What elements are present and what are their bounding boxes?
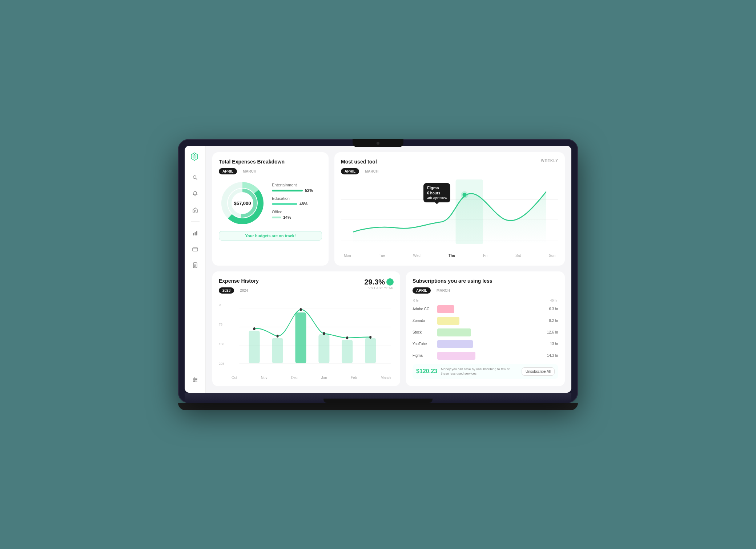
sub-total-value: $120.23 [416, 368, 437, 375]
expenses-legend: Entertainment 52% Education [272, 183, 322, 223]
top-cards-row: Total Expenses Breakdown APRIL MARCH [212, 152, 565, 266]
unsubscribe-all-button[interactable]: Unsubscribe All [522, 367, 555, 376]
legend-label-office: Office [272, 210, 322, 214]
tab-2023[interactable]: 2023 [219, 287, 234, 294]
sub-bar-figma-container [437, 352, 544, 360]
expense-history-header: Expense History 2023 2024 29.3% ↑ [219, 278, 394, 299]
legend-bar-entertainment [272, 190, 303, 191]
tab-2024[interactable]: 2024 [236, 287, 252, 294]
legend-pct-entertainment: 52% [305, 188, 313, 193]
x-dec: Dec [291, 376, 298, 380]
sub-bar-youtube-container [437, 340, 547, 348]
svg-line-4 [196, 178, 197, 179]
sidebar-divider [191, 221, 200, 222]
x-march: March [381, 376, 391, 380]
sub-value-youtube: 13 hr [550, 342, 558, 346]
budget-badge: Your budgets are on track! [219, 231, 322, 241]
sidebar-icon-sliders[interactable] [189, 373, 202, 386]
y-label-0: 0 [219, 303, 230, 307]
svg-point-2 [194, 154, 195, 156]
sidebar [185, 146, 206, 393]
x-label-sat: Sat [515, 254, 521, 258]
sub-bar-adobe-container [437, 305, 546, 313]
expense-pct: 29.3% ↑ [364, 278, 394, 286]
most-used-card: Most used tool APRIL MARCH WEEKLY Figma … [334, 152, 565, 266]
most-used-chart-area: Figma 6 hours 4th Apr 2024 [341, 179, 558, 252]
sidebar-icon-card[interactable] [189, 243, 202, 256]
sub-grid-labels: 0 hr 40 hr [413, 299, 558, 302]
sub-bar-zomato [437, 317, 459, 325]
sub-value-stock: 12.6 hr [547, 330, 558, 334]
svg-rect-40 [365, 338, 376, 363]
legend-bar-education [272, 203, 297, 205]
sub-save-text: Money you can save by unsubscribing to f… [441, 367, 518, 376]
laptop-stand [178, 403, 578, 410]
tab-april-expenses[interactable]: APRIL [219, 168, 237, 174]
tooltip-date: 4th Apr 2024 [427, 196, 447, 201]
sub-name-figma: Figma [413, 354, 434, 358]
x-label-thu: Thu [449, 254, 455, 258]
svg-point-46 [369, 336, 371, 339]
vs-label: VS LAST YEAR [364, 286, 394, 290]
pct-value: 29.3% [364, 278, 385, 286]
expenses-tab-group: APRIL MARCH [219, 168, 322, 174]
chart-tooltip: Figma 6 hours 4th Apr 2024 [423, 183, 450, 203]
x-nov: Nov [261, 376, 268, 380]
sub-value-adobe: 6.3 hr [549, 307, 558, 311]
main-content: Total Expenses Breakdown APRIL MARCH [206, 146, 571, 393]
sub-bar-stock-container [437, 328, 544, 336]
sub-name-youtube: YouTube [413, 342, 434, 346]
legend-bar-office [272, 217, 281, 218]
x-label-sun: Sun [549, 254, 555, 258]
sub-value-zomato: 8.2 hr [549, 319, 558, 323]
donut-chart: $57,000 [219, 179, 266, 227]
svg-rect-6 [194, 232, 196, 235]
tab-april-sub[interactable]: APRIL [413, 287, 431, 294]
sidebar-icon-home[interactable] [189, 203, 202, 216]
tab-march-sub[interactable]: MARCH [433, 287, 454, 294]
svg-point-30 [461, 191, 468, 198]
sub-row-youtube: YouTube 13 hr [413, 340, 558, 348]
svg-rect-38 [318, 334, 329, 363]
tab-march-tool[interactable]: MARCH [361, 168, 382, 174]
app-logo [189, 152, 201, 163]
tab-march-expenses[interactable]: MARCH [239, 168, 260, 174]
svg-rect-7 [196, 231, 197, 235]
sub-row-adobe: Adobe CC 6.3 hr [413, 305, 558, 313]
expense-history-chart: 225 150 75 0 [219, 302, 394, 374]
y-label-75: 75 [219, 323, 230, 326]
svg-point-19 [193, 380, 194, 382]
expense-history-title: Expense History [219, 278, 259, 284]
sidebar-icon-doc[interactable] [189, 259, 202, 272]
x-oct: Oct [232, 376, 237, 380]
sidebar-icon-search[interactable] [189, 171, 202, 184]
legend-pct-office: 14% [283, 215, 291, 219]
svg-point-17 [195, 379, 196, 380]
sub-row-figma: Figma 14.3 hr [413, 352, 558, 360]
sub-name-zomato: Zomato [413, 319, 434, 323]
sidebar-icon-bell[interactable] [189, 187, 202, 200]
sidebar-icon-chart[interactable] [189, 227, 202, 240]
legend-entertainment: Entertainment 52% [272, 183, 322, 193]
bar-line-svg [219, 302, 394, 374]
tab-april-tool[interactable]: APRIL [341, 168, 359, 174]
x-feb: Feb [351, 376, 357, 380]
tooltip-hours: 6 hours [427, 191, 447, 196]
svg-point-45 [346, 336, 348, 339]
x-label-wed: Wed [413, 254, 420, 258]
svg-rect-8 [193, 248, 198, 251]
svg-rect-37 [295, 312, 306, 363]
sub-bar-zomato-container [437, 317, 546, 325]
bottom-cards-row: Expense History 2023 2024 29.3% ↑ [212, 271, 565, 386]
svg-point-42 [277, 335, 279, 338]
weekly-label: WEEKLY [541, 159, 558, 163]
tooltip-tool: Figma [427, 185, 447, 191]
expenses-breakdown-card: Total Expenses Breakdown APRIL MARCH [212, 152, 329, 266]
x-jan: Jan [321, 376, 327, 380]
svg-point-43 [299, 308, 302, 311]
y-label-150: 150 [219, 342, 230, 346]
donut-center-value: $57,000 [234, 200, 251, 206]
sub-bar-youtube [437, 340, 473, 348]
expense-history-card: Expense History 2023 2024 29.3% ↑ [212, 271, 400, 386]
svg-rect-35 [249, 331, 260, 363]
